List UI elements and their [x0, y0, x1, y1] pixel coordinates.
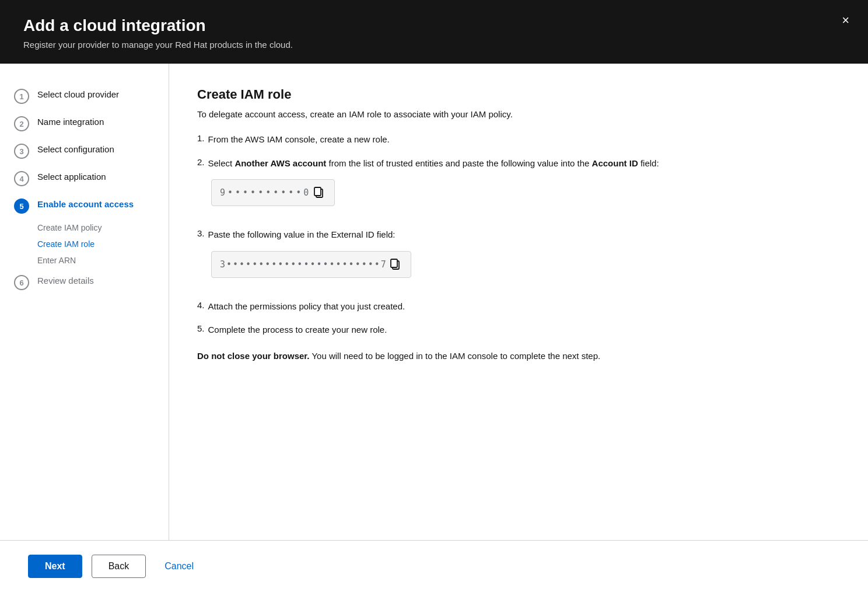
step-number-4: 4 [14, 171, 29, 186]
modal-subtitle: Register your provider to manage your Re… [23, 40, 845, 50]
copy-icon [313, 187, 324, 199]
step-number-1: 1 [14, 89, 29, 104]
warning-bold: Do not close your browser. [197, 351, 310, 361]
steps-list: 1. From the AWS IAM console, create a ne… [197, 133, 840, 337]
step-label-1: Select cloud provider [37, 88, 119, 102]
step-num-4: 4. [197, 300, 205, 310]
step-text-4: Attach the permissions policy that you j… [208, 300, 405, 314]
step-text-3: Paste the following value in the Externa… [208, 228, 396, 242]
step-label-5: Enable account access [37, 198, 134, 211]
svg-rect-1 [314, 187, 321, 196]
instruction-step-5: 5. Complete the process to create your n… [197, 323, 840, 337]
step-number-3: 3 [14, 144, 29, 159]
instruction-step-2: 2. Select Another AWS account from the l… [197, 157, 840, 218]
warning-detail: You will need to be logged in to the IAM… [312, 351, 600, 361]
content-subtitle: To delegate account access, create an IA… [197, 109, 840, 119]
step-number-5: 5 [14, 199, 29, 214]
back-button[interactable]: Back [92, 555, 146, 578]
modal-body: 1 Select cloud provider 2 Name integrati… [0, 64, 868, 540]
cancel-button[interactable]: Cancel [155, 555, 203, 577]
step-label-4: Select application [37, 170, 106, 184]
external-id-field-box: 3••••••••••••••••••••••••7 [211, 251, 411, 278]
sidebar-item-select-cloud-provider[interactable]: 1 Select cloud provider [0, 82, 169, 110]
step-label-2: Name integration [37, 116, 104, 129]
external-id-value: 3••••••••••••••••••••••••7 [220, 259, 387, 270]
substep-create-iam-role[interactable]: Create IAM role [37, 236, 169, 252]
step-num-5: 5. [197, 323, 205, 333]
step-label-6: Review details [37, 274, 94, 288]
close-button[interactable]: × [842, 14, 849, 27]
copy-account-id-button[interactable] [311, 186, 326, 200]
sidebar-item-enable-account-access[interactable]: 5 Enable account access [0, 192, 169, 220]
modal-footer: Next Back Cancel [0, 540, 868, 592]
modal: Add a cloud integration Register your pr… [0, 0, 868, 592]
sidebar-item-review-details[interactable]: 6 Review details [0, 269, 169, 296]
copy-icon-2 [390, 259, 400, 270]
sidebar-item-select-configuration[interactable]: 3 Select configuration [0, 137, 169, 165]
svg-rect-3 [391, 259, 397, 267]
sidebar-item-select-application[interactable]: 4 Select application [0, 165, 169, 192]
instruction-step-1: 1. From the AWS IAM console, create a ne… [197, 133, 840, 147]
next-button[interactable]: Next [28, 555, 82, 578]
step-num-2: 2. [197, 157, 205, 170]
substep-enter-arn[interactable]: Enter ARN [37, 252, 169, 269]
account-id-value: 9••••••••••0 [220, 187, 311, 198]
main-content: Create IAM role To delegate account acce… [169, 64, 868, 540]
step-label-3: Select configuration [37, 143, 114, 156]
step-text-1: From the AWS IAM console, create a new r… [208, 133, 390, 147]
step-num-3: 3. [197, 228, 205, 242]
instruction-step-3: 3. Paste the following value in the Exte… [197, 228, 840, 290]
modal-header: Add a cloud integration Register your pr… [0, 0, 868, 64]
account-id-field-box: 9••••••••••0 [211, 179, 335, 206]
step-number-2: 2 [14, 116, 29, 131]
substeps-container: Create IAM policy Create IAM role Enter … [0, 220, 169, 269]
sidebar-item-name-integration[interactable]: 2 Name integration [0, 110, 169, 137]
step-num-1: 1. [197, 133, 205, 143]
substep-create-iam-policy[interactable]: Create IAM policy [37, 220, 169, 236]
modal-title: Add a cloud integration [23, 16, 845, 35]
step-text-5: Complete the process to create your new … [208, 323, 387, 337]
copy-external-id-button[interactable] [387, 257, 402, 271]
step-number-6: 6 [14, 275, 29, 290]
content-title: Create IAM role [197, 87, 840, 102]
instruction-step-4: 4. Attach the permissions policy that yo… [197, 300, 840, 314]
warning-text: Do not close your browser. You will need… [197, 351, 840, 361]
sidebar: 1 Select cloud provider 2 Name integrati… [0, 64, 169, 540]
step-text-2: Select Another AWS account from the list… [208, 157, 659, 170]
